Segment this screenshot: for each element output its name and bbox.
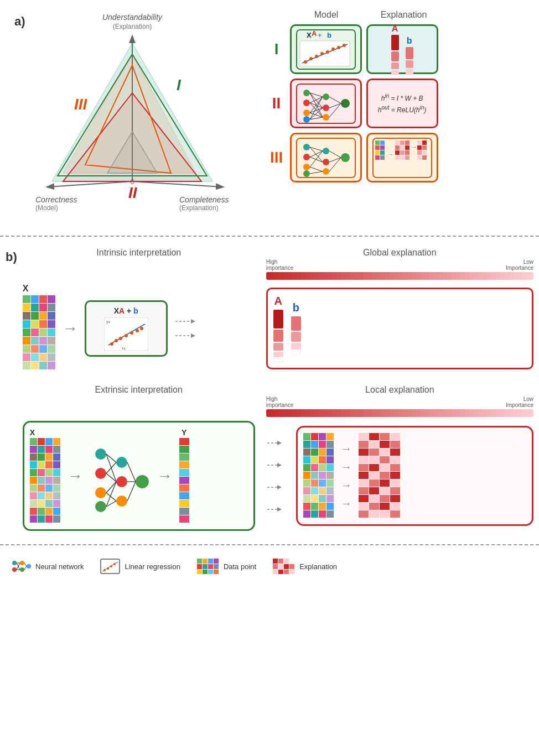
global-label: Global explanation <box>266 248 533 258</box>
svg-rect-201 <box>45 515 53 523</box>
svg-rect-287 <box>380 433 390 440</box>
svg-rect-162 <box>53 438 60 445</box>
svg-rect-326 <box>369 510 379 518</box>
svg-rect-358 <box>273 559 278 564</box>
svg-rect-289 <box>359 441 369 448</box>
svg-rect-367 <box>278 570 283 574</box>
svg-rect-323 <box>380 503 390 510</box>
svg-rect-277 <box>303 503 310 510</box>
svg-rect-139 <box>48 353 55 361</box>
svg-rect-328 <box>390 510 400 518</box>
model-cell-III <box>290 133 362 183</box>
svg-rect-119 <box>48 312 55 320</box>
svg-rect-352 <box>208 564 213 569</box>
svg-point-331 <box>20 561 24 565</box>
svg-rect-79 <box>380 140 385 145</box>
svg-point-153 <box>136 329 139 332</box>
svg-point-333 <box>27 564 31 569</box>
svg-rect-178 <box>53 469 60 476</box>
svg-point-64 <box>323 159 329 165</box>
svg-rect-314 <box>369 487 379 494</box>
svg-rect-194 <box>53 500 60 507</box>
svg-rect-244 <box>326 433 334 440</box>
svg-rect-302 <box>369 464 379 471</box>
svg-rect-92 <box>405 145 410 150</box>
svg-rect-103 <box>422 145 427 150</box>
svg-point-59 <box>303 144 310 150</box>
x-data-grid-bottom <box>30 438 61 524</box>
svg-rect-259 <box>319 464 326 471</box>
svg-rect-226 <box>179 469 189 476</box>
svg-rect-140 <box>23 362 30 369</box>
svg-rect-137 <box>31 353 39 361</box>
svg-text:II: II <box>128 184 138 201</box>
svg-rect-98 <box>405 155 410 160</box>
col-explanation-header: Explanation <box>365 10 443 20</box>
svg-point-209 <box>116 496 127 507</box>
svg-rect-197 <box>45 508 53 515</box>
svg-rect-170 <box>53 453 60 461</box>
svg-rect-306 <box>369 472 379 479</box>
svg-rect-230 <box>179 500 189 507</box>
svg-text:+: + <box>318 31 322 39</box>
svg-rect-180 <box>38 477 45 484</box>
global-importance-bar <box>266 272 533 280</box>
arrow-to-lr: → <box>63 320 78 337</box>
svg-rect-348 <box>208 559 213 564</box>
svg-line-215 <box>106 482 116 493</box>
svg-rect-362 <box>273 564 278 569</box>
svg-rect-138 <box>39 353 47 361</box>
svg-point-203 <box>95 449 106 460</box>
svg-rect-369 <box>289 570 294 574</box>
svg-rect-182 <box>53 477 60 484</box>
svg-marker-240 <box>277 507 282 512</box>
svg-rect-165 <box>45 446 53 453</box>
svg-point-329 <box>12 561 17 565</box>
svg-rect-252 <box>326 449 334 456</box>
x-data-grid-top <box>23 295 56 373</box>
svg-rect-132 <box>23 345 30 353</box>
svg-point-63 <box>323 148 329 154</box>
svg-rect-356 <box>208 570 213 574</box>
svg-point-210 <box>136 475 149 488</box>
x-label-top: X <box>23 284 56 294</box>
svg-rect-361 <box>289 559 294 564</box>
svg-rect-193 <box>45 500 53 507</box>
svg-point-152 <box>130 331 133 335</box>
local-x-grid <box>303 433 334 519</box>
svg-rect-198 <box>53 508 60 515</box>
svg-rect-175 <box>30 469 37 476</box>
low-importance-label-2: LowImportance <box>506 396 533 408</box>
svg-rect-273 <box>303 495 310 502</box>
svg-rect-171 <box>30 461 37 468</box>
svg-rect-265 <box>303 479 310 487</box>
svg-rect-266 <box>311 479 318 487</box>
svg-rect-243 <box>319 433 326 440</box>
svg-rect-288 <box>390 433 400 440</box>
expl-A-label: A <box>274 295 282 307</box>
svg-rect-109 <box>31 295 39 303</box>
svg-text:I: I <box>177 76 182 93</box>
svg-rect-269 <box>303 487 310 494</box>
svg-point-205 <box>95 487 106 498</box>
svg-rect-130 <box>39 337 47 345</box>
svg-rect-125 <box>31 329 39 336</box>
svg-rect-107 <box>422 155 427 160</box>
svg-point-344 <box>110 565 112 567</box>
model-cell-I: X A + b <box>290 24 362 74</box>
row-I: I X A + b <box>268 24 529 74</box>
legend-expl-label: Explanation <box>299 562 337 571</box>
y-output-bar <box>179 438 189 524</box>
svg-rect-366 <box>273 570 278 574</box>
svg-rect-115 <box>48 304 55 311</box>
svg-rect-80 <box>375 145 380 150</box>
svg-rect-229 <box>179 492 189 499</box>
svg-rect-95 <box>405 150 410 155</box>
svg-point-148 <box>110 342 113 346</box>
expl-col-b: b <box>291 301 301 355</box>
svg-rect-120 <box>23 320 30 328</box>
svg-rect-312 <box>390 479 400 487</box>
svg-text:III: III <box>74 96 88 113</box>
svg-text:(Explanation): (Explanation) <box>179 204 219 212</box>
svg-rect-97 <box>400 155 405 160</box>
